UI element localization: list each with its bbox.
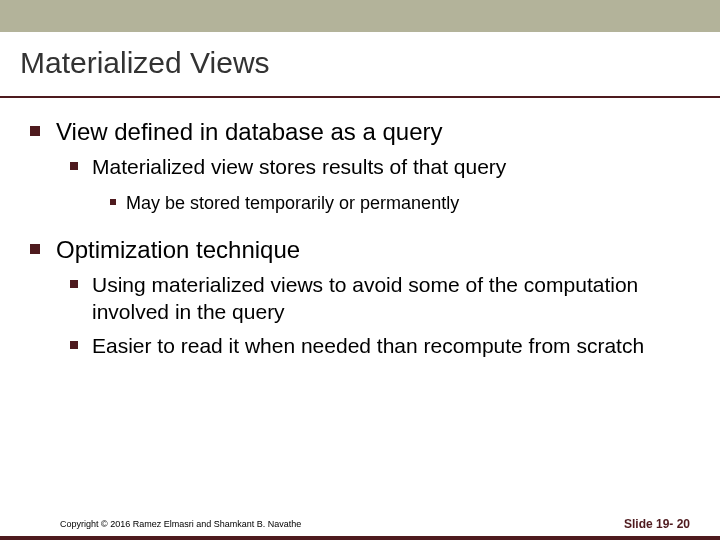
slide-title: Materialized Views: [0, 32, 720, 80]
slide-content: View defined in database as a query Mate…: [0, 98, 720, 359]
bullet-level3: May be stored temporarily or permanently: [110, 192, 690, 215]
square-bullet-icon: [30, 244, 40, 254]
bullet-text: May be stored temporarily or permanently: [126, 192, 459, 215]
bullet-level2: Materialized view stores results of that…: [70, 153, 690, 180]
bullet-level1: Optimization technique: [30, 234, 690, 265]
square-bullet-icon: [110, 199, 116, 205]
bullet-text: Optimization technique: [56, 234, 300, 265]
square-bullet-icon: [30, 126, 40, 136]
square-bullet-icon: [70, 341, 78, 349]
top-accent-bar: [0, 0, 720, 32]
bullet-level1: View defined in database as a query: [30, 116, 690, 147]
bullet-text: Using materialized views to avoid some o…: [92, 271, 690, 326]
bullet-text: Easier to read it when needed than recom…: [92, 332, 644, 359]
bullet-level2: Easier to read it when needed than recom…: [70, 332, 690, 359]
bullet-level2: Using materialized views to avoid some o…: [70, 271, 690, 326]
copyright-text: Copyright © 2016 Ramez Elmasri and Shamk…: [60, 519, 301, 529]
slide-footer: Copyright © 2016 Ramez Elmasri and Shamk…: [0, 512, 720, 540]
bullet-text: Materialized view stores results of that…: [92, 153, 506, 180]
slide-number: Slide 19- 20: [624, 517, 690, 531]
square-bullet-icon: [70, 280, 78, 288]
square-bullet-icon: [70, 162, 78, 170]
bullet-text: View defined in database as a query: [56, 116, 443, 147]
